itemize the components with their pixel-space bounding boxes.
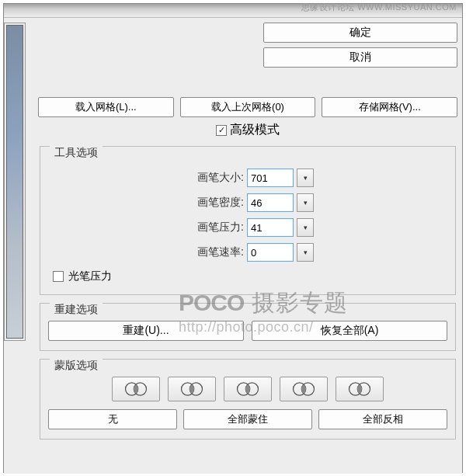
mask-preset-1[interactable] <box>112 377 160 401</box>
restore-all-button[interactable]: 恢复全部(A) <box>252 321 447 341</box>
stylus-pressure-label: 光笔压力 <box>68 269 112 283</box>
tool-options-group: 工具选项 画笔大小: ▾ 画笔密度: ▾ 画笔压力: ▾ 画笔速率 <box>40 146 456 295</box>
brush-rate-input[interactable] <box>247 243 294 262</box>
watermark-top: 思缘设计论坛 WWW.MISSYUAN.COM <box>301 2 457 13</box>
tool-options-legend: 工具选项 <box>50 146 103 160</box>
mask-preset-4[interactable] <box>280 377 328 401</box>
mask-preset-5[interactable] <box>336 377 384 401</box>
brush-density-label: 画笔密度: <box>182 196 244 210</box>
stylus-pressure-checkbox[interactable] <box>53 271 64 282</box>
reconstruct-group: 重建选项 重建(U)... 恢复全部(A) <box>40 303 456 351</box>
advanced-mode-label: 高级模式 <box>230 122 280 138</box>
mask-invert-button[interactable]: 全部反相 <box>318 409 447 429</box>
brush-size-dropdown[interactable]: ▾ <box>297 169 314 187</box>
reconstruct-legend: 重建选项 <box>50 303 103 317</box>
load-last-mesh-button[interactable]: 载入上次网格(0) <box>180 97 316 117</box>
mask-legend: 蒙版选项 <box>50 359 103 373</box>
brush-rate-label: 画笔速率: <box>182 245 244 259</box>
mask-overlap-icon <box>234 380 262 398</box>
brush-rate-dropdown[interactable]: ▾ <box>297 243 314 262</box>
save-mesh-button[interactable]: 存储网格(V)... <box>322 97 457 117</box>
mask-overlap-icon <box>122 380 150 398</box>
reconstruct-button[interactable]: 重建(U)... <box>48 321 244 341</box>
mask-overlap-icon <box>346 380 374 398</box>
brush-size-input[interactable] <box>247 169 294 187</box>
load-mesh-button[interactable]: 载入网格(L)... <box>38 97 174 117</box>
cancel-button[interactable]: 取消 <box>263 47 457 68</box>
preview-image <box>7 26 23 338</box>
mask-all-button[interactable]: 全部蒙住 <box>183 409 312 429</box>
mask-overlap-icon <box>178 380 206 398</box>
preview-pane <box>4 18 33 474</box>
dialog-window: 确定 取消 载入网格(L)... 载入上次网格(0) 存储网格(V)... ✓ … <box>3 3 463 473</box>
mask-preset-2[interactable] <box>168 377 216 401</box>
mask-preset-3[interactable] <box>224 377 272 401</box>
mask-group: 蒙版选项 <box>40 359 456 440</box>
advanced-mode-checkbox[interactable]: ✓ <box>216 125 227 136</box>
brush-density-dropdown[interactable]: ▾ <box>297 193 314 212</box>
brush-pressure-input[interactable] <box>247 218 294 237</box>
brush-pressure-dropdown[interactable]: ▾ <box>297 218 314 237</box>
mask-none-button[interactable]: 无 <box>48 409 177 429</box>
ok-button[interactable]: 确定 <box>263 23 457 43</box>
mask-overlap-icon <box>290 380 318 398</box>
brush-pressure-label: 画笔压力: <box>182 221 244 235</box>
brush-size-label: 画笔大小: <box>182 171 244 185</box>
brush-density-input[interactable] <box>247 193 294 212</box>
